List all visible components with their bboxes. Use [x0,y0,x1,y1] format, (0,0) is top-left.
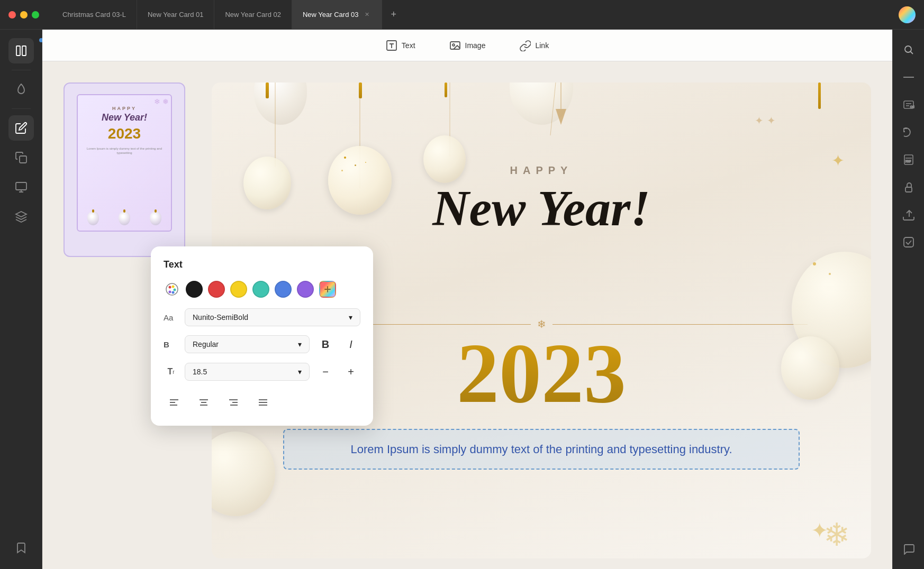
thumb-year-text: 2023 [108,125,141,142]
ocr-icon[interactable]: OCR [897,93,920,116]
text-icon [386,40,397,51]
font-size-chevron: ▾ [298,368,302,376]
svg-point-14 [166,283,178,295]
bold-button[interactable]: B [316,335,335,354]
search-icon[interactable] [897,38,920,61]
user-profile-icon[interactable] [899,6,916,23]
font-size-value: 18.5 [193,368,207,376]
svg-rect-1 [22,46,26,56]
color-palette-icon[interactable] [164,281,180,298]
sidebar-edit-icon[interactable] [8,115,34,141]
card-happy-text: HAPPY [212,164,871,177]
svg-rect-42 [905,187,912,192]
font-weight-label: B [164,340,178,349]
lock-icon[interactable] [897,176,920,199]
sidebar-template-icon[interactable] [8,175,34,200]
color-swatch-teal[interactable] [252,281,269,298]
right-sidebar: OCR PDF [892,30,924,569]
tab-label: Christmas Card 03-L [62,11,126,19]
pdf-icon[interactable]: PDF [897,148,920,171]
color-row [164,281,360,298]
thumb-newyear-text: New Year! [102,112,147,123]
sidebar-divider-2 [12,108,31,109]
tab-new-year-card-01[interactable]: New Year Card 01 [137,0,215,29]
font-size-icon: Tr [164,367,178,377]
ornament-left-bottom [212,432,275,516]
snowflake-large-bottom: ❄ [823,516,850,553]
font-family-select[interactable]: Nunito-SemiBold ▾ [185,308,360,326]
font-size-select[interactable]: 18.5 ▾ [185,363,310,381]
ornament-top-left [254,82,307,125]
sidebar-book-icon[interactable] [8,38,34,63]
content-area: Text Image [42,30,892,569]
text-box-content: Lorem Ipsum is simply dummy text of the … [295,440,788,458]
font-style-row: B Regular ▾ B I [164,335,360,354]
svg-marker-4 [16,212,26,217]
font-size-row: Tr 18.5 ▾ − + [164,362,360,381]
sidebar-layers-icon[interactable] [8,204,34,230]
minimize-button[interactable] [20,11,28,19]
align-center-button[interactable] [193,392,214,413]
convert-icon[interactable] [897,121,920,144]
ornament-cap-3 [445,82,447,97]
text-tool-button[interactable]: Text [377,35,424,56]
svg-rect-2 [20,156,26,163]
text-panel: Text [151,246,373,426]
sidebar-copy-icon[interactable] [8,145,34,170]
color-swatch-purple[interactable] [297,281,314,298]
add-tab-button[interactable]: + [382,0,405,29]
align-left-button[interactable] [164,392,185,413]
image-tool-button[interactable]: Image [441,35,494,56]
svg-rect-0 [16,46,20,56]
font-size-decrease-button[interactable]: − [316,362,335,381]
snowflake-top-center: ✦ ✦ [755,114,776,127]
check-icon[interactable] [897,231,920,254]
alignment-row [164,392,360,413]
maximize-button[interactable] [32,11,39,19]
align-justify-button[interactable] [252,392,274,413]
color-swatch-black[interactable] [186,281,203,298]
svg-rect-44 [904,237,913,247]
svg-point-18 [172,291,175,294]
ornament-top-center [510,82,573,125]
align-right-button[interactable] [223,392,244,413]
close-button[interactable] [8,11,16,19]
font-weight-select[interactable]: Regular ▾ [185,335,310,353]
link-tool-label: Link [535,41,549,50]
font-weight-value: Regular [193,340,219,348]
upload-icon[interactable] [897,203,920,226]
tab-new-year-card-02[interactable]: New Year Card 02 [214,0,292,29]
color-swatch-blue[interactable] [275,281,292,298]
sidebar-ink-icon[interactable] [8,77,34,102]
main-layout: Text Image [0,30,924,569]
thumbnail-card[interactable]: ❄ ❅ HAPPY New Year! 2023 Lorem Ipsum is … [64,82,185,257]
tab-new-year-card-03[interactable]: New Year Card 03 ✕ [292,0,383,29]
color-swatch-red[interactable] [208,281,225,298]
text-box[interactable]: Lorem Ipsum is simply dummy text of the … [283,429,800,470]
italic-button[interactable]: I [341,335,360,354]
image-icon [449,40,461,51]
thumb-happy-text: HAPPY [112,106,137,111]
svg-text:PDF: PDF [905,160,911,163]
link-tool-button[interactable]: Link [511,35,557,56]
ornament-cap-right [818,82,821,109]
svg-point-16 [172,286,175,288]
svg-point-17 [174,289,176,291]
font-size-increase-button[interactable]: + [341,362,360,381]
tab-close-button[interactable]: ✕ [363,11,371,19]
font-family-chevron: ▾ [349,313,352,322]
font-family-row: Aa Nunito-SemiBold ▾ [164,308,360,326]
left-sidebar [0,30,42,569]
svg-point-7 [452,44,455,46]
text-tool-label: Text [402,41,415,50]
sidebar-bookmark-icon[interactable] [8,535,34,561]
chat-icon[interactable] [897,537,920,561]
thumb-lorem-text: Lorem Ipsum is simply dummy text of the … [83,146,166,155]
minus-icon[interactable] [897,66,920,89]
titlebar: Christmas Card 03-L New Year Card 01 New… [0,0,924,30]
ornament-cap-1 [266,82,269,98]
color-more-button[interactable] [319,281,336,298]
tab-christmas-card[interactable]: Christmas Card 03-L [52,0,137,29]
thumbnail-inner: ❄ ❅ HAPPY New Year! 2023 Lorem Ipsum is … [77,94,172,232]
color-swatch-yellow[interactable] [230,281,247,298]
